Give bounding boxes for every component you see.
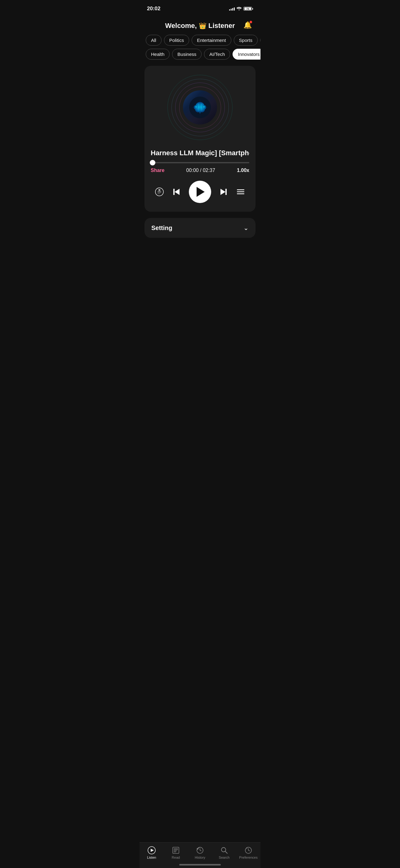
- brain-icon: [189, 97, 211, 118]
- progress-thumb[interactable]: [150, 160, 155, 165]
- next-button[interactable]: [216, 185, 230, 199]
- svg-point-8: [198, 104, 199, 104]
- svg-point-9: [201, 104, 202, 104]
- crown-icon: 👑: [199, 22, 206, 29]
- svg-rect-13: [158, 191, 161, 192]
- setting-label: Setting: [151, 224, 172, 231]
- previous-button[interactable]: [170, 185, 184, 199]
- svg-rect-16: [173, 189, 174, 195]
- status-bar: 20:02 74: [139, 0, 261, 16]
- svg-rect-17: [226, 189, 227, 195]
- time-display: 00:00 / 02:37: [186, 168, 215, 173]
- svg-point-6: [203, 106, 205, 108]
- play-button[interactable]: [189, 181, 211, 203]
- progress-bar[interactable]: [151, 162, 249, 163]
- chapters-button[interactable]: [153, 186, 166, 198]
- playlist-button[interactable]: [234, 186, 247, 198]
- svg-point-10: [155, 188, 163, 196]
- battery-icon: 74: [243, 7, 253, 10]
- time-row: Share 00:00 / 02:37 1.00x: [151, 168, 249, 173]
- category-chip-entertainment[interactable]: Entertainment: [192, 35, 231, 45]
- signal-icon: [229, 7, 235, 10]
- share-button[interactable]: Share: [151, 168, 164, 173]
- setting-section[interactable]: Setting ⌄: [144, 218, 256, 238]
- album-art-wrapper: [151, 73, 249, 142]
- next-icon: [218, 186, 229, 197]
- category-chip-aitech[interactable]: AI/Tech: [204, 49, 230, 60]
- player-card: Harness LLM Magic] [Smartphone Share 00:…: [144, 66, 256, 212]
- category-chip-health[interactable]: Health: [146, 49, 170, 60]
- category-chip-science[interactable]: Science: [260, 35, 261, 45]
- category-chip-business[interactable]: Business: [172, 49, 202, 60]
- wifi-icon: [237, 6, 241, 11]
- track-title: Harness LLM Magic] [Smartphone: [151, 149, 249, 157]
- previous-icon: [171, 186, 182, 197]
- category-filters: All Politics Entertainment Sports Scienc…: [139, 35, 261, 60]
- chevron-down-icon: ⌄: [243, 224, 249, 231]
- track-title-wrapper: Harness LLM Magic] [Smartphone: [151, 149, 249, 157]
- speed-button[interactable]: 1.00x: [237, 168, 249, 173]
- category-row-2: Health Business AI/Tech Innovators: [146, 49, 254, 60]
- status-icons: 74: [229, 6, 253, 11]
- page-title: Welcome, 👑 Listener: [165, 22, 235, 30]
- svg-rect-12: [158, 190, 161, 190]
- category-chip-politics[interactable]: Politics: [164, 35, 190, 45]
- svg-rect-14: [158, 192, 161, 193]
- play-icon: [197, 187, 205, 197]
- notification-badge: [249, 21, 253, 24]
- album-art: [183, 90, 217, 124]
- status-time: 20:02: [147, 6, 160, 12]
- svg-rect-19: [237, 191, 244, 192]
- category-row-1: All Politics Entertainment Sports Scienc…: [146, 35, 254, 45]
- playlist-icon: [236, 187, 245, 197]
- category-chip-innovators[interactable]: Innovators: [233, 49, 261, 60]
- notification-button[interactable]: 🔔: [242, 20, 253, 31]
- svg-point-5: [195, 106, 197, 108]
- category-chip-all[interactable]: All: [146, 35, 162, 45]
- svg-point-7: [200, 113, 201, 113]
- svg-rect-20: [237, 193, 244, 194]
- svg-rect-15: [158, 193, 160, 194]
- bell-icon: 🔔: [243, 21, 252, 29]
- controls-row: [151, 181, 249, 203]
- header: Welcome, 👑 Listener 🔔: [139, 16, 261, 35]
- category-chip-sports[interactable]: Sports: [234, 35, 258, 45]
- svg-rect-18: [237, 189, 244, 190]
- chapters-icon: [155, 187, 164, 197]
